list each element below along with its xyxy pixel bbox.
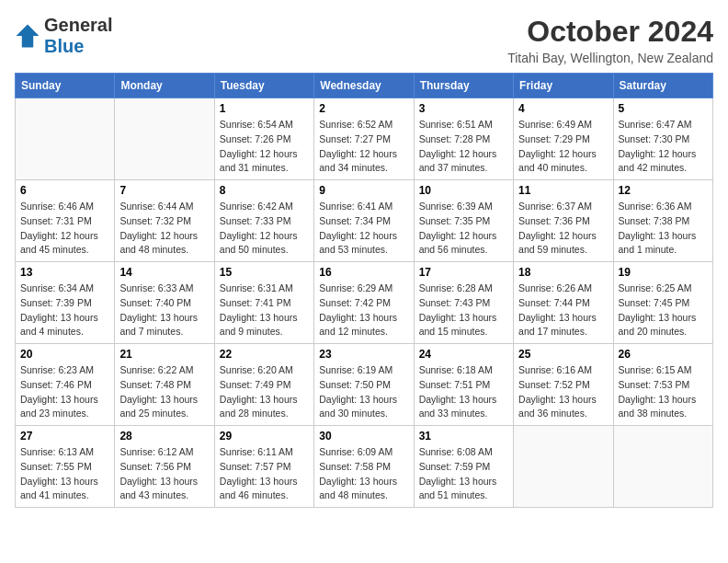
location-title: Titahi Bay, Wellington, New Zealand [507,51,713,65]
calendar-cell: 27Sunrise: 6:13 AMSunset: 7:55 PMDayligh… [16,426,115,508]
logo-general-text: General [44,15,112,36]
calendar-cell [115,98,214,180]
day-number: 16 [319,266,408,279]
day-number: 6 [20,184,109,197]
day-info: Sunrise: 6:42 AMSunset: 7:33 PMDaylight:… [220,200,309,258]
calendar-cell: 17Sunrise: 6:28 AMSunset: 7:43 PMDayligh… [414,262,513,344]
day-info: Sunrise: 6:54 AMSunset: 7:26 PMDaylight:… [220,118,309,176]
day-info: Sunrise: 6:18 AMSunset: 7:51 PMDaylight:… [419,363,508,421]
calendar-cell: 11Sunrise: 6:37 AMSunset: 7:36 PMDayligh… [514,180,613,262]
svg-marker-0 [17,25,40,48]
day-info: Sunrise: 6:36 AMSunset: 7:38 PMDaylight:… [619,200,708,258]
day-number: 17 [419,266,508,279]
day-info: Sunrise: 6:41 AMSunset: 7:34 PMDaylight:… [319,200,408,258]
day-info: Sunrise: 6:23 AMSunset: 7:46 PMDaylight:… [20,363,109,421]
day-info: Sunrise: 6:51 AMSunset: 7:28 PMDaylight:… [419,118,508,176]
day-number: 20 [20,348,109,361]
day-info: Sunrise: 6:16 AMSunset: 7:52 PMDaylight:… [518,363,608,421]
calendar-table: SundayMondayTuesdayWednesdayThursdayFrid… [15,73,713,508]
day-number: 7 [119,184,209,197]
day-info: Sunrise: 6:19 AMSunset: 7:50 PMDaylight:… [319,363,408,421]
day-info: Sunrise: 6:12 AMSunset: 7:56 PMDaylight:… [119,445,209,503]
day-number: 24 [419,348,508,361]
day-info: Sunrise: 6:31 AMSunset: 7:41 PMDaylight:… [220,282,309,339]
day-number: 11 [518,184,608,197]
calendar-cell: 14Sunrise: 6:33 AMSunset: 7:40 PMDayligh… [115,262,214,344]
calendar-cell: 4Sunrise: 6:49 AMSunset: 7:29 PMDaylight… [514,98,613,180]
day-number: 28 [119,430,209,442]
day-number: 2 [319,102,408,115]
logo-icon [15,23,40,49]
calendar-cell: 22Sunrise: 6:20 AMSunset: 7:49 PMDayligh… [214,344,313,426]
calendar-cell: 2Sunrise: 6:52 AMSunset: 7:27 PMDaylight… [314,98,414,180]
day-number: 9 [319,184,408,197]
calendar-cell: 31Sunrise: 6:08 AMSunset: 7:59 PMDayligh… [414,426,513,508]
calendar-cell: 10Sunrise: 6:39 AMSunset: 7:35 PMDayligh… [414,180,513,262]
day-number: 25 [518,348,608,361]
weekday-header-thursday: Thursday [414,74,513,98]
month-title: October 2024 [507,15,713,49]
day-info: Sunrise: 6:52 AMSunset: 7:27 PMDaylight:… [319,118,408,176]
calendar-cell: 9Sunrise: 6:41 AMSunset: 7:34 PMDaylight… [314,180,414,262]
weekday-header-monday: Monday [115,74,214,98]
day-number: 18 [518,266,608,279]
page-header: General Blue October 2024 Titahi Bay, We… [15,15,713,65]
calendar-cell [16,98,115,180]
calendar-cell: 18Sunrise: 6:26 AMSunset: 7:44 PMDayligh… [514,262,613,344]
weekday-header-sunday: Sunday [16,74,115,98]
weekday-header-wednesday: Wednesday [314,74,414,98]
day-number: 5 [619,102,708,115]
calendar-cell: 29Sunrise: 6:11 AMSunset: 7:57 PMDayligh… [214,426,313,508]
day-info: Sunrise: 6:39 AMSunset: 7:35 PMDaylight:… [419,200,508,258]
calendar-cell: 23Sunrise: 6:19 AMSunset: 7:50 PMDayligh… [314,344,414,426]
day-info: Sunrise: 6:09 AMSunset: 7:58 PMDaylight:… [319,445,408,503]
day-info: Sunrise: 6:44 AMSunset: 7:32 PMDaylight:… [119,200,209,258]
weekday-header-saturday: Saturday [613,74,712,98]
day-number: 15 [220,266,309,279]
day-info: Sunrise: 6:28 AMSunset: 7:43 PMDaylight:… [419,282,508,339]
weekday-header-friday: Friday [514,74,613,98]
day-number: 29 [220,430,309,442]
day-info: Sunrise: 6:20 AMSunset: 7:49 PMDaylight:… [220,363,309,421]
day-info: Sunrise: 6:08 AMSunset: 7:59 PMDaylight:… [419,445,508,503]
title-area: October 2024 Titahi Bay, Wellington, New… [507,15,713,65]
logo-blue-text: Blue [44,36,84,56]
calendar-cell [514,426,613,508]
day-info: Sunrise: 6:46 AMSunset: 7:31 PMDaylight:… [20,200,109,258]
calendar-cell: 15Sunrise: 6:31 AMSunset: 7:41 PMDayligh… [214,262,313,344]
day-info: Sunrise: 6:34 AMSunset: 7:39 PMDaylight:… [20,282,109,339]
calendar-cell: 5Sunrise: 6:47 AMSunset: 7:30 PMDaylight… [613,98,712,180]
calendar-cell: 1Sunrise: 6:54 AMSunset: 7:26 PMDaylight… [214,98,313,180]
day-number: 19 [619,266,708,279]
calendar-cell: 21Sunrise: 6:22 AMSunset: 7:48 PMDayligh… [115,344,214,426]
day-number: 10 [419,184,508,197]
day-number: 13 [20,266,109,279]
calendar-week-row: 20Sunrise: 6:23 AMSunset: 7:46 PMDayligh… [16,344,713,426]
day-info: Sunrise: 6:33 AMSunset: 7:40 PMDaylight:… [119,282,209,339]
day-info: Sunrise: 6:15 AMSunset: 7:53 PMDaylight:… [619,363,708,421]
day-info: Sunrise: 6:22 AMSunset: 7:48 PMDaylight:… [119,363,209,421]
day-number: 27 [20,430,109,442]
day-number: 14 [119,266,209,279]
day-info: Sunrise: 6:47 AMSunset: 7:30 PMDaylight:… [619,118,708,176]
day-info: Sunrise: 6:29 AMSunset: 7:42 PMDaylight:… [319,282,408,339]
calendar-week-row: 1Sunrise: 6:54 AMSunset: 7:26 PMDaylight… [16,98,713,180]
calendar-cell: 3Sunrise: 6:51 AMSunset: 7:28 PMDaylight… [414,98,513,180]
day-number: 4 [518,102,608,115]
calendar-cell: 16Sunrise: 6:29 AMSunset: 7:42 PMDayligh… [314,262,414,344]
calendar-cell: 6Sunrise: 6:46 AMSunset: 7:31 PMDaylight… [16,180,115,262]
calendar-cell: 12Sunrise: 6:36 AMSunset: 7:38 PMDayligh… [613,180,712,262]
day-number: 8 [220,184,309,197]
calendar-cell: 25Sunrise: 6:16 AMSunset: 7:52 PMDayligh… [514,344,613,426]
day-number: 23 [319,348,408,361]
day-number: 30 [319,430,408,442]
calendar-cell: 7Sunrise: 6:44 AMSunset: 7:32 PMDaylight… [115,180,214,262]
calendar-header-row: SundayMondayTuesdayWednesdayThursdayFrid… [16,74,713,98]
calendar-cell [613,426,712,508]
calendar-week-row: 27Sunrise: 6:13 AMSunset: 7:55 PMDayligh… [16,426,713,508]
weekday-header-tuesday: Tuesday [214,74,313,98]
day-number: 22 [220,348,309,361]
day-info: Sunrise: 6:11 AMSunset: 7:57 PMDaylight:… [220,445,309,503]
day-number: 26 [619,348,708,361]
logo: General Blue [15,15,112,57]
